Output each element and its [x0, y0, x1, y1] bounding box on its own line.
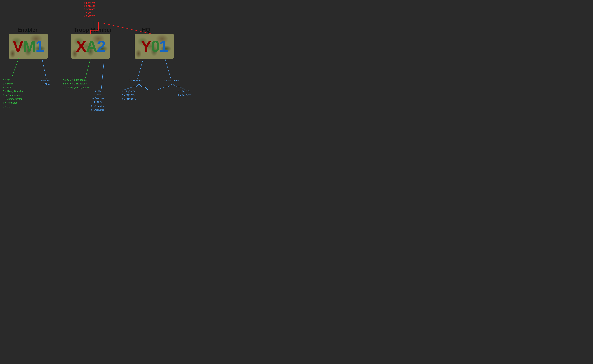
- squadron-legend: Squadron: A SQD = X B SQD = Y C SQD = Z …: [84, 1, 95, 18]
- svg-line-1: [12, 58, 19, 78]
- troop-label: Troop Member: [74, 27, 112, 33]
- sqd-b: B SQD = Y: [84, 8, 95, 10]
- ann-pararescue: PJ = Pararescue: [3, 93, 24, 97]
- page-container: Squadron: A SQD = X B SQD = Y C SQD = Z …: [0, 0, 203, 126]
- svg-line-5: [138, 58, 143, 79]
- patch-text-troop: XA2: [71, 34, 110, 58]
- sqd-a: A SQD = X: [84, 5, 95, 7]
- sqd-co: 1 = SQD CO: [122, 90, 136, 93]
- patch-text-enabler: VM1: [9, 34, 48, 58]
- patch-v: V: [13, 38, 23, 54]
- patch-1: 1: [35, 38, 44, 54]
- role-breacher: 3 - Breacher: [91, 97, 104, 100]
- enabler-patch: VM1: [9, 34, 48, 58]
- role-tl: 1 - TL: [91, 89, 104, 93]
- hq-sqd-roles-annotation: 1 = SQD CO 2 = SQD XO 3 = SQN CSM: [122, 90, 136, 101]
- teams-1: A B C D = 1 Trp Teams: [63, 78, 89, 82]
- enabler-label: Enabler: [17, 27, 38, 33]
- role-assaulter1: 5 - Assaulter: [91, 104, 104, 108]
- ann-eod: N = EOD: [3, 86, 24, 90]
- patch-2: 2: [97, 38, 105, 54]
- role-atl: 2 - ATL: [91, 93, 104, 97]
- ann-comm: R = Communicator: [3, 97, 24, 101]
- patch-letters-troop: XA2: [76, 38, 105, 54]
- patch-letters-hq: Y01: [141, 38, 167, 54]
- trp-sgt: 2 = Trp SGT: [178, 93, 191, 97]
- sqd-hq: 0 = SQD HQ: [129, 79, 142, 83]
- ann-breacher: Q = Heavy Breacher: [3, 90, 24, 93]
- seniority-label: Seniority: [40, 79, 50, 83]
- hq-label: HQ: [142, 27, 150, 33]
- troop-teams-annotation: A B C D = 1 Trp Teams E F G H = 2 Trp Te…: [63, 78, 89, 90]
- patch-1-hq: 1: [159, 38, 167, 54]
- sqd-xo: 2 = SQD XO: [122, 93, 136, 97]
- hq-trp-roles-annotation: 1 = Trp CO 2 = Trp SGT: [178, 90, 191, 97]
- patch-letters-enabler: VM1: [13, 38, 44, 54]
- enabler-roles-annotation: K = K9 M = Medic N = EOD Q = Heavy Breac…: [3, 78, 24, 109]
- seniority-value: 1 = Older: [40, 83, 50, 86]
- ann-cct: U = CCT: [3, 105, 24, 109]
- ann-medic: M = Medic: [3, 82, 24, 86]
- patch-x: X: [76, 38, 86, 54]
- hq-patch: Y01: [135, 34, 174, 58]
- hq-sqd-annotation: 0 = SQD HQ: [129, 79, 142, 83]
- role-assaulter2: 6 - Assaulter: [91, 108, 104, 112]
- patch-text-hq: Y01: [135, 34, 174, 58]
- sqd-d: D SQD = V: [84, 14, 95, 17]
- troop-roles-annotation: 1 - TL 2 - ATL 3 - Breacher 4 - CLS 5 - …: [91, 89, 104, 112]
- svg-line-3: [85, 58, 91, 78]
- sqd-c: C SQD = Z: [84, 11, 95, 14]
- sqn-csm: 3 = SQN CSM: [122, 97, 136, 101]
- teams-2: E F G H = 2 Trp Teams: [63, 82, 89, 86]
- patch-m: M: [23, 38, 35, 54]
- ann-translator: T = Translator: [3, 101, 24, 105]
- seniority-annotation: Seniority 1 = Older: [40, 79, 50, 86]
- role-cls: 4 - CLS: [91, 100, 104, 104]
- teams-3: I J = 3 Trp (Recce) Teams: [63, 86, 89, 90]
- troop-patch: XA2: [71, 34, 110, 58]
- svg-line-4: [101, 58, 104, 89]
- squadron-title: Squadron:: [84, 1, 95, 4]
- patch-0: 0: [151, 38, 159, 54]
- trp-co: 1 = Trp CO: [178, 90, 191, 93]
- hq-trp-annotation: 1 2 3 = Trp HQ: [164, 79, 179, 83]
- svg-line-6: [165, 58, 171, 79]
- ann-k9: K = K9: [3, 78, 24, 82]
- patch-a: A: [86, 38, 97, 54]
- patch-y: Y: [141, 38, 151, 54]
- trp-hq: 1 2 3 = Trp HQ: [164, 79, 179, 83]
- svg-line-2: [42, 58, 46, 79]
